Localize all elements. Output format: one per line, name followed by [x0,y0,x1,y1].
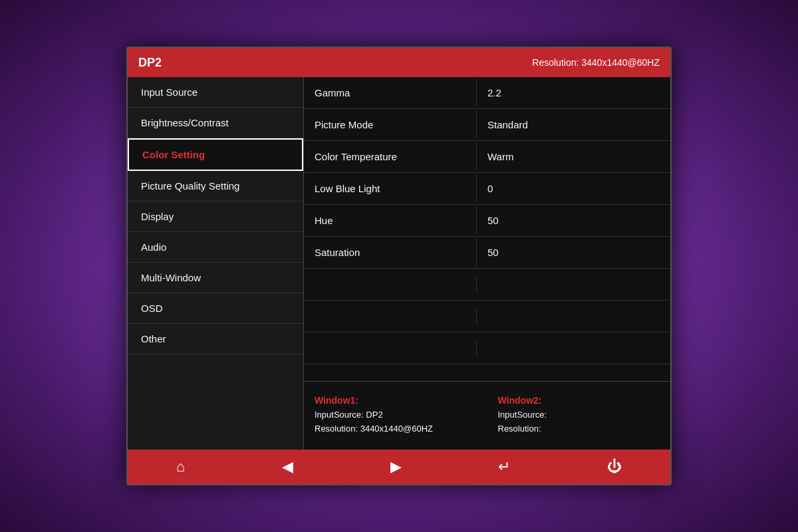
setting-value: Standard [477,111,539,138]
setting-row: Gamma2.2 [304,77,670,109]
setting-value [477,340,498,356]
setting-name: Gamma [304,79,477,106]
window1-input-value: DP2 [366,410,382,420]
right-panel: Gamma2.2Picture ModeStandardColor Temper… [304,77,670,450]
menu-item-input-source[interactable]: Input Source [128,77,303,108]
monitor-frame: DP2 Resolution: 3440x1440@60HZ Input Sou… [126,47,672,485]
setting-name [304,340,477,356]
window2-detail: InputSource: Resolution: [498,408,660,436]
arrow-left-icon[interactable]: ◀ [282,458,293,475]
window1-input-label: InputSource: [315,410,364,420]
menu-item-display[interactable]: Display [128,201,303,232]
setting-value: 50 [477,207,509,234]
window1-label: Window1: [315,395,477,406]
menu-item-color-setting[interactable]: Color Setting [128,138,303,171]
setting-row [304,301,670,332]
window1-res-value: 3440x1440@60HZ [360,424,433,434]
header-title: DP2 [138,56,162,70]
window-info-area: Window1: InputSource: DP2 Resolution: 34… [304,381,670,450]
setting-name: Color Temperature [304,143,477,170]
window1-res-label: Resolution: [315,424,358,434]
window1-block: Window1: InputSource: DP2 Resolution: 34… [304,390,487,442]
setting-row [304,332,670,364]
content-area: Input SourceBrightness/ContrastColor Set… [128,77,670,450]
setting-name [304,277,477,293]
setting-value: 0 [477,175,503,202]
setting-name: Saturation [304,239,477,266]
setting-row [304,269,670,301]
setting-name: Hue [304,207,477,234]
setting-value [477,277,498,293]
setting-value: 50 [477,239,509,266]
left-menu: Input SourceBrightness/ContrastColor Set… [128,77,304,450]
menu-item-other[interactable]: Other [128,324,303,354]
arrow-right-icon[interactable]: ▶ [390,458,402,475]
window2-block: Window2: InputSource: Resolution: [487,390,671,442]
header-bar: DP2 Resolution: 3440x1440@60HZ [128,48,670,77]
setting-name: Low Blue Light [304,175,477,202]
window2-input-label: InputSource: [498,410,547,420]
enter-icon[interactable]: ↵ [498,458,510,475]
menu-item-osd[interactable]: OSD [128,293,303,324]
setting-row: Saturation50 [304,237,670,269]
setting-name [304,309,477,325]
setting-value [477,309,498,325]
header-resolution: Resolution: 3440x1440@60HZ [532,57,660,68]
menu-item-multi-window[interactable]: Multi-Window [128,263,303,293]
setting-value: Warm [477,143,524,170]
menu-item-brightness-contrast[interactable]: Brightness/Contrast [128,108,303,138]
setting-row: Picture ModeStandard [304,109,670,141]
setting-row: Color TemperatureWarm [304,141,670,173]
menu-item-audio[interactable]: Audio [128,232,303,263]
setting-name: Picture Mode [304,111,477,138]
home-icon[interactable]: ⌂ [176,458,185,475]
settings-table: Gamma2.2Picture ModeStandardColor Temper… [304,77,670,378]
footer-bar: ⌂ ◀ ▶ ↵ ⏻ [128,450,670,484]
setting-value: 2.2 [477,79,512,106]
setting-row: Low Blue Light0 [304,173,670,205]
power-icon[interactable]: ⏻ [607,458,622,475]
menu-item-picture-quality[interactable]: Picture Quality Setting [128,171,303,201]
window2-label: Window2: [498,395,660,406]
window1-detail: InputSource: DP2 Resolution: 3440x1440@6… [315,408,477,436]
setting-row: Hue50 [304,205,670,237]
window2-res-label: Resolution: [498,424,541,434]
